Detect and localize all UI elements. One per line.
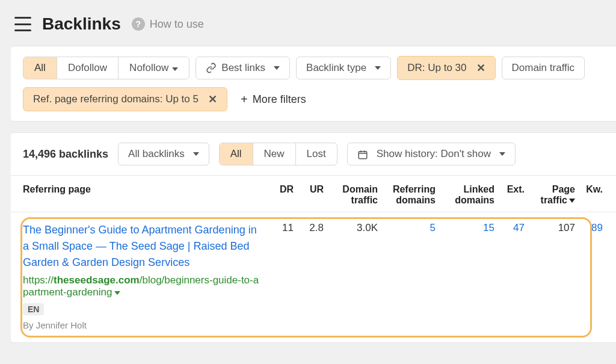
caret-down-icon[interactable] [114, 291, 120, 295]
table-row: The Beginner's Guide to Apartment Garden… [11, 212, 616, 342]
all-backlinks-dropdown[interactable]: All backlinks [118, 143, 209, 165]
close-icon[interactable]: ✕ [476, 61, 485, 75]
col-kw[interactable]: Kw. [580, 184, 603, 206]
col-ur[interactable]: UR [298, 184, 324, 206]
cell-ext[interactable]: 47 [499, 222, 525, 330]
sort-desc-icon [569, 199, 575, 203]
col-referring-domains[interactable]: Referring domains [383, 184, 436, 206]
best-links-filter[interactable]: Best links [196, 57, 290, 79]
follow-all[interactable]: All [23, 57, 57, 79]
backlinks-count: 14,496 backlinks [23, 148, 108, 161]
language-badge: EN [23, 303, 44, 315]
ref-domains-filter[interactable]: Ref. page referring domains: Up to 5 ✕ [23, 87, 227, 111]
col-domain-traffic[interactable]: Domain traffic [328, 184, 378, 206]
author-label: By Jennifer Holt [23, 320, 261, 330]
calendar-icon [357, 148, 372, 160]
caret-down-icon [499, 152, 505, 156]
table-header: Referring page DR UR Domain traffic Refe… [11, 175, 616, 212]
col-referring-page[interactable]: Referring page [23, 184, 261, 206]
status-segmented: All New Lost [219, 143, 337, 165]
menu-button[interactable] [14, 17, 31, 31]
cell-linked-domains[interactable]: 15 [440, 222, 494, 330]
follow-nofollow[interactable]: Nofollow [118, 57, 189, 79]
follow-dofollow[interactable]: Dofollow [57, 57, 118, 79]
cell-domain-traffic: 3.0K [328, 222, 378, 330]
caret-down-icon [172, 67, 178, 71]
more-filters-button[interactable]: + More filters [233, 88, 313, 111]
referring-page-title[interactable]: The Beginner's Guide to Apartment Garden… [23, 222, 261, 271]
results-panel: 14,496 backlinks All backlinks All New L… [11, 132, 616, 343]
close-icon[interactable]: ✕ [208, 93, 217, 106]
link-icon [206, 63, 217, 73]
cell-referring-domains[interactable]: 5 [383, 222, 436, 330]
status-lost[interactable]: Lost [295, 143, 337, 165]
help-icon: ? [132, 17, 145, 31]
col-dr[interactable]: DR [266, 184, 294, 206]
filter-panel: All Dofollow Nofollow Best links Backlin… [11, 46, 616, 122]
col-ext[interactable]: Ext. [499, 184, 525, 206]
backlink-type-filter[interactable]: Backlink type [296, 57, 391, 79]
cell-kw[interactable]: 89 [580, 222, 603, 330]
backlinks-table: Referring page DR UR Domain traffic Refe… [11, 175, 616, 342]
cell-page-traffic: 107 [529, 222, 575, 330]
page-title: Backlinks [42, 14, 121, 34]
cell-dr: 11 [266, 222, 294, 330]
status-new[interactable]: New [253, 143, 295, 165]
cell-ur: 2.8 [298, 222, 324, 330]
col-page-traffic[interactable]: Page traffic [529, 184, 575, 206]
how-to-use-link[interactable]: ? How to use [132, 17, 204, 31]
show-history-dropdown[interactable]: Show history: Don't show [347, 143, 516, 165]
plus-icon: + [241, 93, 248, 106]
caret-down-icon [274, 66, 280, 70]
domain-traffic-filter[interactable]: Domain traffic [502, 57, 585, 79]
caret-down-icon [375, 66, 381, 70]
follow-segmented: All Dofollow Nofollow [23, 57, 189, 79]
dr-filter[interactable]: DR: Up to 30 ✕ [397, 56, 495, 80]
referring-page-url[interactable]: https://theseedsage.com/blog/beginners-g… [23, 274, 261, 298]
how-to-use-label: How to use [150, 18, 204, 31]
status-all[interactable]: All [220, 143, 253, 165]
caret-down-icon [193, 152, 199, 156]
svg-rect-0 [359, 151, 367, 158]
col-linked-domains[interactable]: Linked domains [440, 184, 494, 206]
